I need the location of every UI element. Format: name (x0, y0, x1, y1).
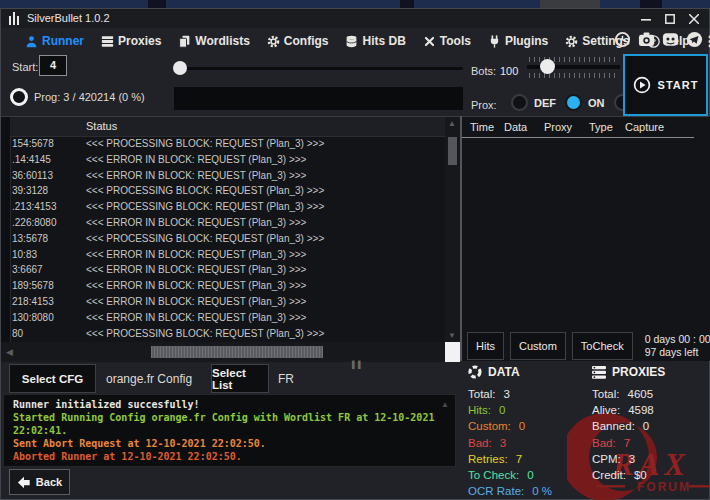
proxy-endpoint: 130:8080 (12, 312, 54, 323)
stat-label: CPM: (592, 453, 621, 465)
proxy-endpoint: 3:6667 (12, 264, 43, 275)
start-threads-input[interactable]: 4 (39, 55, 67, 76)
select-wordlist-button[interactable]: Select List (211, 364, 269, 393)
horizontal-scrollbar-thumb[interactable] (151, 346, 323, 358)
results-table: Time Data Proxy Type Capture Hits Custom… (462, 116, 710, 361)
camera-icon[interactable] (637, 30, 656, 49)
stat-label: Banned: (592, 420, 635, 432)
stat-label: Bad: (468, 437, 492, 449)
database-icon (345, 35, 358, 48)
stat-label: Alive: (592, 404, 620, 416)
maximize-button[interactable] (659, 11, 681, 26)
stat-value: 7 (624, 437, 630, 449)
bot-status: <<< PROCESSING BLOCK: REQUEST (Plan_3) >… (86, 328, 324, 339)
proxy-endpoint: .213:4153 (12, 201, 57, 212)
scroll-left-icon[interactable]: ◀ (6, 347, 13, 357)
proxy-on-radio[interactable] (565, 94, 582, 111)
menu-item-wordlists[interactable]: Wordlists (178, 34, 249, 48)
proxy-endpoint: 154:5678 (12, 138, 54, 149)
table-row[interactable]: 36:60113<<< ERROR IN BLOCK: REQUEST (Pla… (10, 168, 445, 184)
bot-status: <<< ERROR IN BLOCK: REQUEST (Plan_3) >>> (86, 264, 306, 275)
back-button[interactable]: Back (9, 469, 70, 495)
runner-log-console[interactable]: Runner initialized succesfully!Started R… (3, 394, 456, 467)
tools-icon (423, 35, 436, 48)
status-table: Status 154:5678<<< PROCESSING BLOCK: REQ… (1, 116, 460, 361)
bots-slider-thumb[interactable] (540, 59, 555, 74)
stat-row: Bad:3 (468, 435, 580, 451)
minimize-button[interactable] (635, 11, 657, 26)
history-icon[interactable] (613, 30, 632, 49)
proxy-endpoint: 39:3128 (12, 185, 48, 196)
table-row[interactable]: 3:6667<<< ERROR IN BLOCK: REQUEST (Plan_… (10, 262, 445, 278)
bot-status: <<< PROCESSING BLOCK: REQUEST (Plan_3) >… (86, 233, 324, 244)
telegram-icon[interactable] (685, 30, 704, 49)
vertical-scrollbar-thumb[interactable] (448, 137, 457, 165)
table-row[interactable]: .14:4145<<< ERROR IN BLOCK: REQUEST (Pla… (10, 152, 445, 168)
menu-item-hits-db[interactable]: Hits DB (345, 34, 405, 48)
menu-item-configs[interactable]: Configs (267, 34, 329, 48)
status-column-header[interactable]: Status (10, 117, 445, 137)
menu-item-plugins[interactable]: Plugins (488, 34, 548, 48)
stat-row: To Check:0 (468, 467, 580, 483)
stat-row: OCR Rate:0 % (468, 483, 580, 499)
bot-status: <<< PROCESSING BLOCK: REQUEST (Plan_3) >… (86, 138, 324, 149)
play-icon (633, 76, 651, 94)
proxy-def-radio[interactable] (511, 94, 528, 111)
column-header-proxy[interactable]: Proxy (544, 121, 572, 133)
threads-slider-thumb[interactable] (173, 61, 187, 75)
stat-row: Total:3 (468, 386, 580, 402)
splitter-grip[interactable]: ▌▌ (352, 361, 364, 368)
proxy-endpoint: 36:60113 (12, 170, 53, 181)
progress-bar (174, 87, 463, 110)
table-row[interactable]: 80<<< PROCESSING BLOCK: REQUEST (Plan_3)… (10, 326, 445, 342)
menu-icon-buttons (613, 30, 704, 49)
table-row[interactable]: 154:5678<<< PROCESSING BLOCK: REQUEST (P… (10, 136, 445, 152)
discord-icon[interactable] (661, 30, 680, 49)
horizontal-scrollbar[interactable]: ◀ (1, 342, 445, 362)
table-row[interactable]: .213:4153<<< PROCESSING BLOCK: REQUEST (… (10, 199, 445, 215)
bot-status: <<< ERROR IN BLOCK: REQUEST (Plan_3) >>> (86, 217, 306, 228)
console-scroll-up-icon[interactable]: ▲ (441, 400, 449, 409)
table-row[interactable]: 13:5678<<< PROCESSING BLOCK: REQUEST (Pl… (10, 231, 445, 247)
start-button[interactable]: START (623, 54, 708, 116)
dots-icon (707, 35, 710, 48)
window-title: SilverBullet 1.0.2 (27, 12, 110, 24)
column-header-data[interactable]: Data (504, 121, 527, 133)
wordlists-icon (178, 35, 191, 48)
select-config-button[interactable]: Select CFG (9, 364, 96, 393)
tab-custom[interactable]: Custom (510, 332, 566, 360)
table-row[interactable]: 218:4153<<< ERROR IN BLOCK: REQUEST (Pla… (10, 294, 445, 310)
table-row[interactable]: 10:83<<< ERROR IN BLOCK: REQUEST (Plan_3… (10, 247, 445, 263)
column-header-capture[interactable]: Capture (625, 121, 664, 133)
timer-block: 0 days 00 : 00 : 08 97 days left (645, 333, 710, 359)
menu-item-supporters[interactable]: Supporters (707, 34, 710, 48)
close-button[interactable] (683, 11, 705, 26)
server-icon (592, 366, 606, 379)
tab-tocheck[interactable]: ToCheck (572, 332, 633, 360)
table-row[interactable]: 130:8080<<< ERROR IN BLOCK: REQUEST (Pla… (10, 310, 445, 326)
bot-status: <<< PROCESSING BLOCK: REQUEST (Plan_3) >… (86, 185, 324, 196)
table-row[interactable]: 39:3128<<< PROCESSING BLOCK: REQUEST (Pl… (10, 183, 445, 199)
data-panel-title: DATA (468, 365, 520, 379)
log-line: Runner initialized succesfully! (13, 398, 441, 411)
bot-status: <<< ERROR IN BLOCK: REQUEST (Plan_3) >>> (86, 154, 306, 165)
stat-label: Custom: (468, 420, 511, 432)
table-row[interactable]: 189:5678<<< ERROR IN BLOCK: REQUEST (Pla… (10, 278, 445, 294)
column-header-time[interactable]: Time (470, 121, 494, 133)
menu-item-tools[interactable]: Tools (423, 34, 471, 48)
menu-item-proxies[interactable]: Proxies (101, 34, 161, 48)
scroll-up-icon[interactable]: ▲ (448, 119, 456, 128)
scroll-down-icon[interactable]: ▼ (448, 331, 456, 340)
vertical-scrollbar[interactable]: ▲ ▼ (445, 117, 460, 342)
tab-hits[interactable]: Hits (467, 332, 504, 360)
proxy-endpoint: 13:5678 (12, 233, 48, 244)
threads-slider-track[interactable] (177, 67, 463, 70)
column-header-type[interactable]: Type (589, 121, 613, 133)
menu-item-runner[interactable]: Runner (25, 34, 84, 48)
app-logo-icon (9, 12, 19, 25)
table-row[interactable]: .226:8080<<< ERROR IN BLOCK: REQUEST (Pl… (10, 215, 445, 231)
background-window-strip (0, 0, 710, 8)
data-panel-stats: Total:3Hits:0Custom:0Bad:3Retries:7To Ch… (468, 386, 580, 499)
bot-status: <<< PROCESSING BLOCK: REQUEST (Plan_3) >… (86, 201, 324, 212)
stat-row: Banned:0 (592, 418, 710, 434)
